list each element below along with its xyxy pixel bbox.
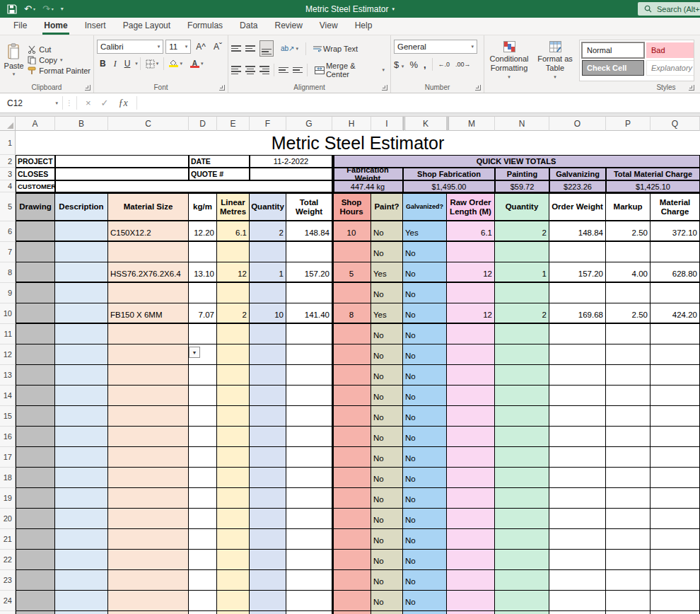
cell-H11[interactable]	[332, 324, 371, 344]
cell-P24[interactable]	[606, 591, 651, 611]
cell-B16[interactable]	[55, 427, 108, 447]
cell-K19[interactable]: No	[403, 488, 447, 509]
table-header-E[interactable]: Linear Metres	[217, 192, 250, 221]
cell-F23[interactable]	[250, 570, 286, 591]
cell-N20[interactable]	[495, 509, 549, 529]
cell-I9[interactable]: No	[371, 283, 403, 303]
row-header-6[interactable]: 6	[0, 221, 16, 242]
cell-F19[interactable]	[250, 488, 286, 509]
title-chevron-icon[interactable]: ▾	[392, 6, 395, 12]
column-header-M[interactable]: M	[447, 117, 495, 131]
cell-F9[interactable]	[250, 283, 286, 303]
cell-C8[interactable]: HSS76.2X76.2X6.4	[108, 262, 189, 283]
row-header-19[interactable]: 19	[0, 488, 16, 509]
cell-I14[interactable]: No	[371, 386, 403, 406]
cell-O14[interactable]	[549, 386, 606, 406]
table-header-M[interactable]: Raw Order Length (M)	[447, 192, 495, 221]
cell-F2-date-value[interactable]: 11-2-2022	[250, 155, 332, 168]
cell-D16[interactable]	[189, 427, 217, 447]
cell-I25[interactable]	[371, 611, 403, 614]
cell-D7[interactable]	[189, 242, 217, 262]
cell-I20[interactable]: No	[371, 509, 403, 529]
align-bottom-button[interactable]	[259, 40, 274, 57]
cell-M6[interactable]: 6.1	[447, 221, 495, 242]
cell-I10[interactable]: Yes	[371, 303, 403, 324]
cell-A18[interactable]	[16, 468, 55, 488]
cell-E11[interactable]	[217, 324, 250, 344]
cell-O15[interactable]	[549, 406, 606, 427]
cell-M11[interactable]	[447, 324, 495, 344]
cell-G10[interactable]: 141.40	[286, 303, 332, 324]
qv-header-fabrication-weight[interactable]: Fabrication Weight	[332, 168, 403, 180]
cell-C10[interactable]: FB150 X 6MM	[108, 303, 189, 324]
cell-C7[interactable]	[108, 242, 189, 262]
cell-C25[interactable]	[108, 611, 189, 614]
cell-I8[interactable]: Yes	[371, 262, 403, 283]
cell-Q14[interactable]	[651, 386, 700, 406]
cell-M22[interactable]	[447, 550, 495, 570]
cell-Q20[interactable]	[651, 509, 700, 529]
cell-M24[interactable]	[447, 591, 495, 611]
cell-A9[interactable]	[16, 283, 55, 303]
cell-B6[interactable]	[55, 221, 108, 242]
cell-F24[interactable]	[250, 591, 286, 611]
cell-A11[interactable]	[16, 324, 55, 344]
cell-F22[interactable]	[250, 550, 286, 570]
table-header-Q[interactable]: Material Charge	[651, 192, 700, 221]
cell-A23[interactable]	[16, 570, 55, 591]
cell-I16[interactable]: No	[371, 427, 403, 447]
row-header-21[interactable]: 21	[0, 529, 16, 550]
cell-I19[interactable]: No	[371, 488, 403, 509]
cell-F21[interactable]	[250, 529, 286, 550]
cell-Q15[interactable]	[651, 406, 700, 427]
cell-B19[interactable]	[55, 488, 108, 509]
cell-D20[interactable]	[189, 509, 217, 529]
cell-E25[interactable]	[217, 611, 250, 614]
clipboard-dialog-launcher[interactable]	[85, 85, 91, 91]
cell-A20[interactable]	[16, 509, 55, 529]
row-header-4[interactable]: 4	[0, 180, 16, 192]
formula-input[interactable]	[137, 93, 700, 112]
cell-O10[interactable]: 169.68	[549, 303, 606, 324]
row-header-17[interactable]: 17	[0, 447, 16, 468]
cell-F11[interactable]	[250, 324, 286, 344]
cell-F6[interactable]: 2	[250, 221, 286, 242]
column-header-G[interactable]: G	[286, 117, 332, 131]
cell-A6[interactable]	[16, 221, 55, 242]
cell-A2-project-label[interactable]: PROJECT	[16, 155, 55, 168]
column-header-A[interactable]: A	[16, 117, 55, 131]
cell-E21[interactable]	[217, 529, 250, 550]
cell-E20[interactable]	[217, 509, 250, 529]
tab-home[interactable]: Home	[36, 17, 75, 35]
cell-P17[interactable]	[606, 447, 651, 468]
search-box[interactable]: Search (Alt+Q)	[638, 2, 700, 16]
cell-I24[interactable]: No	[371, 591, 403, 611]
cell-B10[interactable]	[55, 303, 108, 324]
tab-page-layout[interactable]: Page Layout	[115, 17, 178, 35]
grow-font-button[interactable]: A^	[193, 41, 209, 52]
merge-center-button[interactable]: Merge & Center ▾	[312, 61, 387, 79]
number-dialog-launcher[interactable]	[475, 85, 481, 91]
cell-B7[interactable]	[55, 242, 108, 262]
cell-E22[interactable]	[217, 550, 250, 570]
cell-Q19[interactable]	[651, 488, 700, 509]
cell-B25[interactable]	[55, 611, 108, 614]
cell-N12[interactable]	[495, 344, 549, 365]
column-header-E[interactable]: E	[217, 117, 250, 131]
cell-N22[interactable]	[495, 550, 549, 570]
cell-N14[interactable]	[495, 386, 549, 406]
cell-N19[interactable]	[495, 488, 549, 509]
cut-button[interactable]: Cut	[28, 45, 91, 54]
cell-A16[interactable]	[16, 427, 55, 447]
cell-N17[interactable]	[495, 447, 549, 468]
table-header-D[interactable]: kg/m	[189, 192, 217, 221]
cell-Q12[interactable]	[651, 344, 700, 365]
cell-B21[interactable]	[55, 529, 108, 550]
cell-A13[interactable]	[16, 365, 55, 386]
cell-A24[interactable]	[16, 591, 55, 611]
cell-N6[interactable]: 2	[495, 221, 549, 242]
cell-C11[interactable]	[108, 324, 189, 344]
formula-bar-grip[interactable]: ⋮	[63, 93, 76, 112]
cell-N16[interactable]	[495, 427, 549, 447]
tab-data[interactable]: Data	[232, 17, 265, 35]
